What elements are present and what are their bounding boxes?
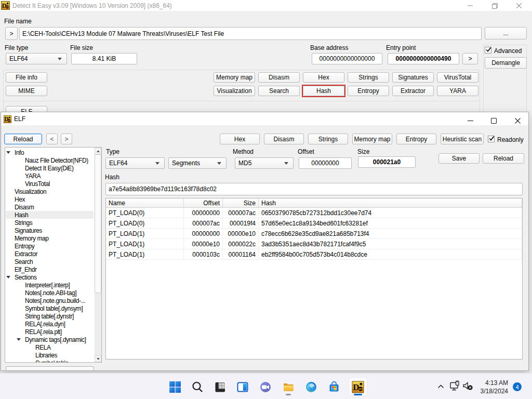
tree-item-symbol-table[interactable]: Symbol table (6, 359, 94, 363)
offset-field[interactable]: 00000000 (299, 157, 352, 169)
teams-chat-icon[interactable] (259, 381, 272, 393)
visualization-button[interactable]: Visualization (214, 86, 255, 96)
demangle-button[interactable]: Demangle (485, 57, 527, 69)
signatures-button[interactable]: Signatures (392, 72, 434, 83)
clock-date[interactable]: 3/18/2024 (481, 388, 508, 395)
table-cell[interactable]: 00000000 (184, 229, 223, 239)
tree-item-info[interactable]: Info (6, 149, 94, 156)
tree-item-libraries[interactable]: Libraries (6, 351, 94, 359)
table-cell[interactable]: 00000e10 (184, 239, 223, 249)
table-cell[interactable]: 00000e10 (223, 229, 259, 239)
main-restore-button[interactable] (487, 1, 502, 11)
file-type-combo[interactable]: ELF64 (6, 53, 67, 64)
network-icon[interactable] (449, 380, 461, 394)
column-header-hash[interactable]: Hash (259, 198, 522, 208)
disasm-button[interactable]: Disasm (258, 72, 300, 83)
tree-item-disasm[interactable]: Disasm (6, 203, 94, 211)
table-cell[interactable]: PT_LOAD(0) (106, 218, 184, 229)
table-cell[interactable]: 000007ac (184, 218, 223, 229)
table-cell[interactable]: PT_LOAD(0) (106, 208, 184, 218)
hex-toolbar-button[interactable]: Hex (220, 134, 260, 144)
tree-scrollbar-down-button[interactable] (95, 355, 101, 362)
table-cell[interactable]: 57d65e0ec1c8a9134bed601fc63281ef (259, 218, 522, 229)
widgets-icon[interactable] (236, 381, 249, 393)
volume-muted-icon[interactable] (462, 381, 474, 393)
advanced-checkbox[interactable] (485, 47, 491, 54)
tree-item-rela-rela-dyn[interactable]: RELA[.rela.dyn] (6, 320, 94, 328)
table-cell[interactable]: 0000022c (223, 239, 259, 249)
tree-item-memory-map[interactable]: Memory map (6, 234, 94, 242)
disasm-toolbar-button[interactable]: Disasm (264, 134, 304, 144)
type-combo[interactable]: ELF64 (105, 157, 165, 169)
strings-toolbar-button[interactable]: Strings (308, 134, 348, 144)
main-close-button[interactable] (511, 1, 527, 11)
file-explorer-icon[interactable] (282, 381, 295, 393)
column-header-size[interactable]: Size (223, 198, 259, 208)
table-cell[interactable]: 00000000 (184, 208, 223, 218)
microsoft-store-icon[interactable] (328, 381, 340, 393)
tree-item-elf-ehdr[interactable]: Elf_Ehdr (6, 265, 94, 273)
tree-expanded-arrow-icon[interactable] (6, 151, 10, 154)
tree-item-extractor[interactable]: Extractor (6, 250, 94, 258)
table-cell[interactable]: eb2ff9584b00c705d573b4c014b8cdce (259, 249, 522, 260)
memory-map-button[interactable]: Memory map (214, 72, 255, 83)
tree-item-search[interactable]: Search (6, 258, 94, 265)
table-cell[interactable]: PT_LOAD(1) (106, 239, 184, 249)
tree-item-hash[interactable]: Hash (6, 211, 94, 219)
table-cell[interactable]: 000019f4 (223, 218, 259, 229)
hash-field[interactable]: a7e54a8b83969be7d119c163f78d8c02 (105, 183, 523, 195)
file-info-button[interactable]: File info (6, 72, 47, 83)
extractor-button[interactable]: Extractor (392, 86, 434, 96)
entropy-button[interactable]: Entropy (348, 86, 389, 96)
table-cell[interactable]: PT_LOAD(1) (106, 229, 184, 239)
hash-button[interactable]: Hash (303, 86, 344, 96)
table-cell[interactable]: 000007ac (223, 208, 259, 218)
tree-item-entropy[interactable]: Entropy (6, 242, 94, 250)
tree-item-symbol-table-dynsym[interactable]: Symbol table[.dynsym] (6, 304, 94, 312)
tree-item-strings[interactable]: Strings (6, 219, 94, 227)
tree-item-notes-note-abi-tag[interactable]: Notes[.note.ABI-tag] (6, 289, 94, 297)
reload-button-2[interactable]: Reload (483, 153, 524, 164)
tree-scrollbar-track[interactable] (95, 293, 101, 355)
elf-maximize-button[interactable] (486, 115, 501, 126)
tree-item-nauz-file-detector-nfd[interactable]: Nauz File Detector(NFD) (6, 156, 94, 164)
search-icon[interactable] (191, 381, 204, 393)
search-button[interactable]: Search (258, 86, 300, 96)
tree-item-yara[interactable]: YARA (6, 172, 94, 180)
back-button[interactable]: < (46, 134, 58, 144)
yara-button[interactable]: YARA (437, 86, 478, 96)
tree-item-string-table-dynstr[interactable]: String table[.dynstr] (6, 312, 94, 320)
entropy-toolbar-button[interactable]: Entropy (396, 134, 436, 144)
notification-badge[interactable]: 4 (513, 382, 522, 391)
tree-item-hex[interactable]: Hex (6, 195, 94, 203)
main-minimize-button[interactable] (462, 1, 478, 11)
save-button[interactable]: Save (438, 153, 480, 164)
tree-item-notes-note-gnu-build[interactable]: Notes[.note.gnu.build-... (6, 297, 94, 304)
mode-combo[interactable]: Segments (168, 157, 227, 169)
column-header-offset[interactable]: Offset (184, 198, 223, 208)
table-cell[interactable]: 06503790785cb727312bdd1c30ee7d74 (259, 208, 522, 218)
base-address-field[interactable]: 0000000000000000 (312, 53, 382, 64)
tree-expanded-arrow-icon[interactable] (6, 276, 10, 278)
table-cell[interactable]: PT_LOAD(1) (106, 249, 184, 260)
table-cell[interactable]: 0000103c (184, 249, 223, 260)
tree-scrollbar-thumb[interactable] (95, 154, 101, 293)
tree-expanded-arrow-icon[interactable] (17, 338, 21, 341)
virustotal-button[interactable]: VirusTotal (437, 72, 478, 83)
open-file-arrow-button[interactable]: > (5, 27, 18, 40)
file-path-input[interactable]: E:\CEH-Tools\CEHv13 Module 07 Malware Th… (19, 27, 482, 40)
edge-icon[interactable] (305, 381, 317, 393)
tree-item-rela[interactable]: RELA (6, 343, 94, 351)
tree-item-rela-rela-plt[interactable]: RELA[.rela.plt] (6, 328, 94, 336)
hex-button[interactable]: Hex (303, 72, 344, 83)
tree-item-visualization[interactable]: Visualization (6, 188, 94, 195)
strings-button[interactable]: Strings (348, 72, 389, 83)
readonly-checkbox[interactable] (488, 136, 495, 142)
table-cell[interactable]: c78ecc6b628e35cd9ae821a685b713f4 (259, 229, 522, 239)
table-cell[interactable]: 3ad3b5351aec8d43b782171fcaf4f9c5 (259, 239, 522, 249)
elf-reload-button[interactable]: Reload (4, 134, 42, 144)
tree-item-sections[interactable]: Sections (6, 273, 94, 281)
method-combo[interactable]: MD5 (235, 157, 294, 169)
entry-point-field[interactable]: 0000000000000490 (388, 53, 459, 64)
tree-item-interpreter-interp[interactable]: Interpreter[.interp] (6, 281, 94, 289)
